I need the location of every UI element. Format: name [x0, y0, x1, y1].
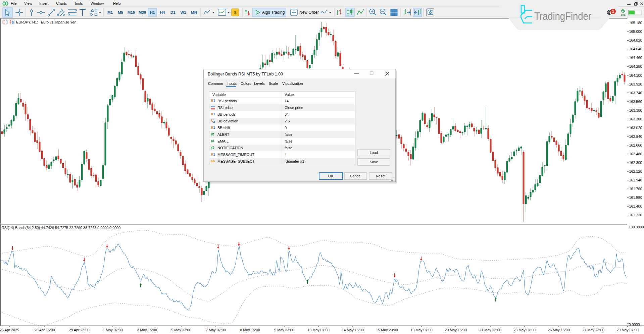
svg-text:RSI periods: RSI periods [217, 99, 237, 103]
svg-text:New Order: New Order [299, 10, 319, 15]
svg-text:1: 1 [211, 119, 212, 122]
svg-text:M15: M15 [128, 10, 135, 14]
svg-text:Window: Window [91, 1, 104, 5]
svg-text:LVL: LVL [621, 13, 626, 16]
svg-text:25 Apr 2025: 25 Apr 2025 [0, 328, 19, 332]
svg-text:Common: Common [208, 81, 223, 86]
svg-text:EMAIL: EMAIL [217, 139, 229, 143]
svg-text:0: 0 [211, 126, 213, 129]
svg-text:26 May 15:00: 26 May 15:00 [548, 328, 569, 332]
svg-text:0: 0 [211, 112, 213, 116]
svg-text:[Signaler #1]: [Signaler #1] [285, 159, 305, 163]
svg-text:23 May 07:00: 23 May 07:00 [513, 328, 535, 332]
svg-text:9 May 23:00: 9 May 23:00 [274, 328, 294, 332]
svg-text:161.580: 161.580 [629, 196, 642, 200]
svg-text:8 May 15:00: 8 May 15:00 [240, 328, 260, 332]
svg-text:162.120: 162.120 [629, 169, 642, 173]
svg-text:Load: Load [370, 151, 378, 155]
svg-text:34: 34 [285, 112, 289, 116]
svg-text:ab: ab [211, 159, 215, 163]
svg-text:Help: Help [113, 1, 121, 5]
svg-text:0.0000: 0.0000 [629, 323, 640, 327]
svg-text:5 May 23:00: 5 May 23:00 [171, 328, 191, 332]
svg-text:TradingFinder: TradingFinder [534, 10, 591, 22]
svg-text:163.920: 163.920 [629, 82, 642, 86]
svg-text:Tools: Tools [74, 1, 83, 5]
svg-text:MESSAGE_SUBJECT: MESSAGE_SUBJECT [217, 159, 255, 163]
svg-text:13 May 07:00: 13 May 07:00 [307, 328, 329, 332]
svg-text:ALERT: ALERT [217, 132, 230, 136]
svg-text:4: 4 [285, 153, 287, 157]
svg-text:View: View [24, 1, 32, 5]
svg-text:Charts: Charts [56, 1, 67, 5]
svg-text:H4: H4 [160, 10, 165, 14]
svg-text:163.020: 163.020 [629, 126, 642, 130]
svg-text:Algo Trading: Algo Trading [262, 10, 285, 15]
svg-text:162.660: 162.660 [629, 143, 642, 147]
svg-text:Scale: Scale [269, 81, 278, 86]
svg-text:Value: Value [285, 93, 294, 97]
svg-text:M30: M30 [139, 10, 146, 14]
svg-text:D1: D1 [170, 10, 176, 14]
svg-text:20 May 15:00: 20 May 15:00 [445, 328, 466, 332]
svg-text:M1: M1 [107, 10, 113, 14]
svg-text:Cancel: Cancel [350, 174, 361, 178]
svg-text:15 May 23:00: 15 May 23:00 [376, 328, 398, 332]
svg-text:RSI price: RSI price [217, 106, 233, 110]
svg-text:Levels: Levels [254, 81, 265, 86]
svg-text:165.180: 165.180 [629, 21, 642, 25]
svg-text:EURJPY, H1: Euro vs Japanise: EURJPY, H1: Euro vs Japanise Yen [16, 20, 77, 24]
svg-text:163.560: 163.560 [629, 100, 642, 104]
svg-text:163.380: 163.380 [629, 108, 642, 112]
svg-text:27 May 23:00: 27 May 23:00 [582, 328, 604, 332]
svg-text:7 May 07:00: 7 May 07:00 [206, 328, 226, 332]
svg-text:1: 1 [213, 99, 215, 103]
svg-text:162.480: 162.480 [629, 152, 642, 156]
svg-text:2.5: 2.5 [285, 119, 290, 123]
svg-text:0: 0 [211, 153, 213, 156]
svg-text:BB shift: BB shift [217, 126, 230, 130]
svg-text:$: $ [234, 10, 237, 15]
svg-text:14 May 15:00: 14 May 15:00 [342, 328, 363, 332]
svg-text:0: 0 [285, 126, 287, 130]
svg-text:164.640: 164.640 [629, 47, 642, 51]
svg-text:1: 1 [213, 153, 215, 156]
svg-text:MESSAGE_TIMEOUT: MESSAGE_TIMEOUT [217, 153, 254, 157]
svg-text:Close price: Close price [285, 106, 303, 110]
svg-text:Reset: Reset [376, 174, 386, 178]
svg-text:161.940: 161.940 [629, 178, 642, 182]
svg-text:165.000: 165.000 [629, 30, 642, 34]
svg-text:29 Apr 23:00: 29 Apr 23:00 [69, 328, 89, 332]
svg-text:Save: Save [369, 160, 378, 164]
svg-text:false: false [285, 139, 292, 143]
svg-text:164.460: 164.460 [629, 56, 642, 60]
svg-text:File: File [11, 1, 17, 5]
svg-text:164.820: 164.820 [629, 38, 642, 42]
svg-text:161.760: 161.760 [629, 187, 642, 191]
svg-text:100.0000: 100.0000 [629, 225, 644, 229]
svg-text:Insert: Insert [39, 1, 49, 5]
svg-text:false: false [285, 132, 292, 136]
svg-text:W1: W1 [180, 10, 186, 14]
svg-text:RSI(14) Bands(34,2.50) 44.7426: RSI(14) Bands(34,2.50) 44.7426 54.7275 2… [2, 226, 120, 230]
svg-text:161.220: 161.220 [629, 213, 642, 217]
svg-text:2 May 15:00: 2 May 15:00 [137, 328, 157, 332]
svg-text:2: 2 [213, 120, 215, 123]
svg-text:21 May 23:00: 21 May 23:00 [479, 328, 501, 332]
svg-text:19 May 07:00: 19 May 07:00 [410, 328, 432, 332]
svg-text:Bollinger Bands RSI MT5 by TFL: Bollinger Bands RSI MT5 by TFLab 1.00 [208, 72, 283, 76]
svg-text:NOTIFICATION: NOTIFICATION [217, 146, 243, 150]
svg-text:1: 1 [612, 9, 614, 13]
svg-text:29 May 07:00: 29 May 07:00 [616, 328, 638, 332]
svg-text:false: false [285, 146, 292, 150]
svg-text:163.200: 163.200 [629, 117, 642, 121]
svg-text:1: 1 [213, 126, 215, 129]
svg-text:Visualization: Visualization [282, 81, 303, 86]
svg-text:H1: H1 [150, 10, 155, 14]
svg-text:Colors: Colors [241, 81, 251, 86]
svg-text:MN: MN [191, 10, 197, 14]
svg-text:162.840: 162.840 [629, 134, 642, 138]
svg-text:164.280: 164.280 [629, 64, 642, 68]
svg-text:Inputs: Inputs [227, 81, 237, 86]
svg-text:BB periods: BB periods [217, 112, 236, 116]
